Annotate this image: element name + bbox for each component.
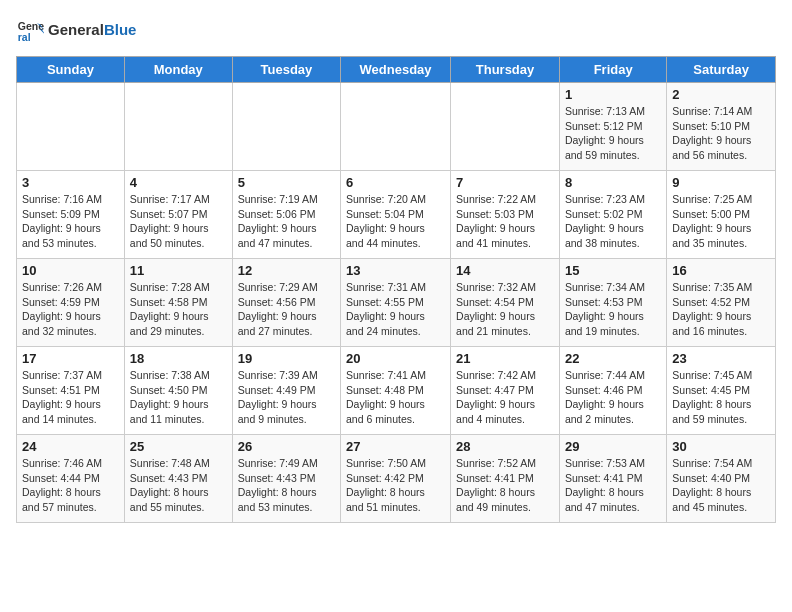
day-number: 3	[22, 175, 119, 190]
calendar-cell: 5Sunrise: 7:19 AM Sunset: 5:06 PM Daylig…	[232, 171, 340, 259]
day-info: Sunrise: 7:13 AM Sunset: 5:12 PM Dayligh…	[565, 104, 661, 163]
calendar-cell: 27Sunrise: 7:50 AM Sunset: 4:42 PM Dayli…	[341, 435, 451, 523]
day-info: Sunrise: 7:37 AM Sunset: 4:51 PM Dayligh…	[22, 368, 119, 427]
day-info: Sunrise: 7:23 AM Sunset: 5:02 PM Dayligh…	[565, 192, 661, 251]
week-row-5: 24Sunrise: 7:46 AM Sunset: 4:44 PM Dayli…	[17, 435, 776, 523]
column-header-tuesday: Tuesday	[232, 57, 340, 83]
calendar-cell	[232, 83, 340, 171]
day-info: Sunrise: 7:28 AM Sunset: 4:58 PM Dayligh…	[130, 280, 227, 339]
calendar-cell	[17, 83, 125, 171]
day-info: Sunrise: 7:45 AM Sunset: 4:45 PM Dayligh…	[672, 368, 770, 427]
day-info: Sunrise: 7:16 AM Sunset: 5:09 PM Dayligh…	[22, 192, 119, 251]
day-number: 6	[346, 175, 445, 190]
calendar-table: SundayMondayTuesdayWednesdayThursdayFrid…	[16, 56, 776, 523]
day-info: Sunrise: 7:22 AM Sunset: 5:03 PM Dayligh…	[456, 192, 554, 251]
day-info: Sunrise: 7:50 AM Sunset: 4:42 PM Dayligh…	[346, 456, 445, 515]
day-info: Sunrise: 7:25 AM Sunset: 5:00 PM Dayligh…	[672, 192, 770, 251]
logo-text: GeneralBlue	[48, 21, 136, 39]
logo: Gene ral GeneralBlue	[16, 16, 136, 44]
day-info: Sunrise: 7:17 AM Sunset: 5:07 PM Dayligh…	[130, 192, 227, 251]
day-info: Sunrise: 7:39 AM Sunset: 4:49 PM Dayligh…	[238, 368, 335, 427]
svg-text:ral: ral	[18, 31, 31, 43]
column-header-thursday: Thursday	[451, 57, 560, 83]
day-info: Sunrise: 7:26 AM Sunset: 4:59 PM Dayligh…	[22, 280, 119, 339]
day-info: Sunrise: 7:52 AM Sunset: 4:41 PM Dayligh…	[456, 456, 554, 515]
calendar-cell: 1Sunrise: 7:13 AM Sunset: 5:12 PM Daylig…	[559, 83, 666, 171]
calendar-cell: 20Sunrise: 7:41 AM Sunset: 4:48 PM Dayli…	[341, 347, 451, 435]
day-number: 16	[672, 263, 770, 278]
column-header-saturday: Saturday	[667, 57, 776, 83]
day-number: 18	[130, 351, 227, 366]
calendar-cell: 11Sunrise: 7:28 AM Sunset: 4:58 PM Dayli…	[124, 259, 232, 347]
calendar-cell: 19Sunrise: 7:39 AM Sunset: 4:49 PM Dayli…	[232, 347, 340, 435]
column-header-wednesday: Wednesday	[341, 57, 451, 83]
day-number: 17	[22, 351, 119, 366]
day-number: 4	[130, 175, 227, 190]
page-header: Gene ral GeneralBlue	[16, 16, 776, 44]
day-number: 1	[565, 87, 661, 102]
calendar-cell	[451, 83, 560, 171]
day-info: Sunrise: 7:29 AM Sunset: 4:56 PM Dayligh…	[238, 280, 335, 339]
day-info: Sunrise: 7:54 AM Sunset: 4:40 PM Dayligh…	[672, 456, 770, 515]
calendar-cell: 16Sunrise: 7:35 AM Sunset: 4:52 PM Dayli…	[667, 259, 776, 347]
day-info: Sunrise: 7:49 AM Sunset: 4:43 PM Dayligh…	[238, 456, 335, 515]
calendar-cell: 13Sunrise: 7:31 AM Sunset: 4:55 PM Dayli…	[341, 259, 451, 347]
calendar-cell: 10Sunrise: 7:26 AM Sunset: 4:59 PM Dayli…	[17, 259, 125, 347]
calendar-cell: 18Sunrise: 7:38 AM Sunset: 4:50 PM Dayli…	[124, 347, 232, 435]
day-number: 21	[456, 351, 554, 366]
day-info: Sunrise: 7:41 AM Sunset: 4:48 PM Dayligh…	[346, 368, 445, 427]
day-info: Sunrise: 7:44 AM Sunset: 4:46 PM Dayligh…	[565, 368, 661, 427]
calendar-cell: 26Sunrise: 7:49 AM Sunset: 4:43 PM Dayli…	[232, 435, 340, 523]
calendar-cell: 9Sunrise: 7:25 AM Sunset: 5:00 PM Daylig…	[667, 171, 776, 259]
day-number: 12	[238, 263, 335, 278]
calendar-cell: 12Sunrise: 7:29 AM Sunset: 4:56 PM Dayli…	[232, 259, 340, 347]
day-info: Sunrise: 7:42 AM Sunset: 4:47 PM Dayligh…	[456, 368, 554, 427]
calendar-cell: 22Sunrise: 7:44 AM Sunset: 4:46 PM Dayli…	[559, 347, 666, 435]
day-info: Sunrise: 7:31 AM Sunset: 4:55 PM Dayligh…	[346, 280, 445, 339]
day-info: Sunrise: 7:46 AM Sunset: 4:44 PM Dayligh…	[22, 456, 119, 515]
day-number: 24	[22, 439, 119, 454]
day-number: 26	[238, 439, 335, 454]
day-number: 25	[130, 439, 227, 454]
week-row-1: 1Sunrise: 7:13 AM Sunset: 5:12 PM Daylig…	[17, 83, 776, 171]
calendar-cell: 15Sunrise: 7:34 AM Sunset: 4:53 PM Dayli…	[559, 259, 666, 347]
day-number: 7	[456, 175, 554, 190]
calendar-cell: 2Sunrise: 7:14 AM Sunset: 5:10 PM Daylig…	[667, 83, 776, 171]
day-number: 8	[565, 175, 661, 190]
day-number: 27	[346, 439, 445, 454]
day-info: Sunrise: 7:32 AM Sunset: 4:54 PM Dayligh…	[456, 280, 554, 339]
calendar-cell: 4Sunrise: 7:17 AM Sunset: 5:07 PM Daylig…	[124, 171, 232, 259]
calendar-cell: 23Sunrise: 7:45 AM Sunset: 4:45 PM Dayli…	[667, 347, 776, 435]
calendar-cell: 7Sunrise: 7:22 AM Sunset: 5:03 PM Daylig…	[451, 171, 560, 259]
day-info: Sunrise: 7:35 AM Sunset: 4:52 PM Dayligh…	[672, 280, 770, 339]
calendar-cell: 14Sunrise: 7:32 AM Sunset: 4:54 PM Dayli…	[451, 259, 560, 347]
day-number: 30	[672, 439, 770, 454]
day-info: Sunrise: 7:53 AM Sunset: 4:41 PM Dayligh…	[565, 456, 661, 515]
week-row-3: 10Sunrise: 7:26 AM Sunset: 4:59 PM Dayli…	[17, 259, 776, 347]
day-number: 15	[565, 263, 661, 278]
day-number: 19	[238, 351, 335, 366]
logo-icon: Gene ral	[16, 16, 44, 44]
day-number: 20	[346, 351, 445, 366]
calendar-cell: 29Sunrise: 7:53 AM Sunset: 4:41 PM Dayli…	[559, 435, 666, 523]
calendar-cell: 17Sunrise: 7:37 AM Sunset: 4:51 PM Dayli…	[17, 347, 125, 435]
header-row: SundayMondayTuesdayWednesdayThursdayFrid…	[17, 57, 776, 83]
calendar-cell: 30Sunrise: 7:54 AM Sunset: 4:40 PM Dayli…	[667, 435, 776, 523]
day-number: 5	[238, 175, 335, 190]
day-info: Sunrise: 7:20 AM Sunset: 5:04 PM Dayligh…	[346, 192, 445, 251]
calendar-cell	[124, 83, 232, 171]
day-number: 9	[672, 175, 770, 190]
calendar-cell: 3Sunrise: 7:16 AM Sunset: 5:09 PM Daylig…	[17, 171, 125, 259]
day-number: 29	[565, 439, 661, 454]
calendar-cell: 28Sunrise: 7:52 AM Sunset: 4:41 PM Dayli…	[451, 435, 560, 523]
week-row-4: 17Sunrise: 7:37 AM Sunset: 4:51 PM Dayli…	[17, 347, 776, 435]
day-number: 14	[456, 263, 554, 278]
calendar-cell	[341, 83, 451, 171]
day-number: 13	[346, 263, 445, 278]
column-header-friday: Friday	[559, 57, 666, 83]
day-info: Sunrise: 7:14 AM Sunset: 5:10 PM Dayligh…	[672, 104, 770, 163]
day-info: Sunrise: 7:19 AM Sunset: 5:06 PM Dayligh…	[238, 192, 335, 251]
day-number: 28	[456, 439, 554, 454]
day-number: 22	[565, 351, 661, 366]
day-info: Sunrise: 7:34 AM Sunset: 4:53 PM Dayligh…	[565, 280, 661, 339]
